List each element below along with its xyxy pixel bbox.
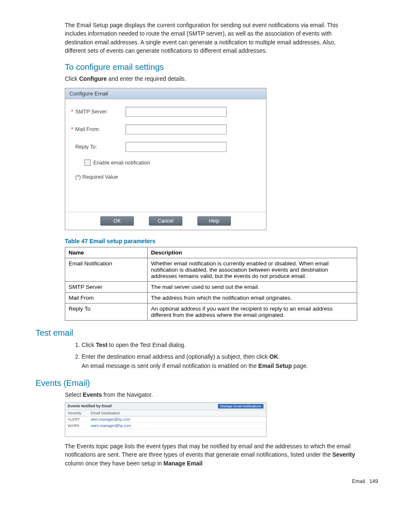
mailfrom-row: *Mail From:: [75, 124, 256, 134]
replyto-row: Reply To:: [75, 142, 256, 152]
page-footer: Email 149: [25, 478, 378, 484]
smtp-label: *SMTP Server:: [75, 109, 125, 115]
footer-section: Email: [352, 478, 365, 484]
bold: Severity: [332, 451, 355, 458]
events-panel: Events Notified by Email Manage Email No…: [65, 402, 266, 437]
sev-cell: WARN: [68, 424, 91, 428]
events-row: ALERTalert.manager@hp.com: [65, 416, 266, 423]
events-row: WARNwarn.manager@hp.com: [65, 423, 266, 429]
bold: Email Setup: [258, 362, 292, 369]
list-item: Click Test to open the Test Email dialog…: [82, 340, 357, 350]
cell-name: Email Notification: [65, 258, 148, 282]
cell-desc: An optional address if you want the reci…: [148, 303, 357, 321]
cancel-button[interactable]: Cancel: [149, 216, 182, 226]
dest-cell: alert.manager@hp.com: [91, 417, 130, 421]
text: and enter the required details.: [107, 75, 186, 82]
cell-name: Reply To: [65, 303, 148, 321]
events-description: The Events topic page lists the event ty…: [65, 442, 357, 468]
sev-cell: ALERT: [68, 417, 91, 421]
table-row: Reply ToAn optional address if you want …: [65, 303, 357, 321]
text: from the Navigator.: [102, 391, 153, 398]
table-row: Email NotificationWhether email notifica…: [65, 258, 357, 282]
table-row: SMTP ServerThe mail server used to send …: [65, 282, 357, 293]
cell-name: Mail From: [65, 293, 148, 303]
enable-notification-checkbox[interactable]: [84, 159, 91, 166]
replyto-label: Reply To:: [75, 144, 125, 150]
col-description: Description: [148, 247, 357, 258]
footer-page: 149: [369, 478, 378, 484]
text: to open the Test Email dialog.: [107, 342, 186, 348]
col-destination: Email Destination: [91, 411, 120, 415]
params-table: Name Description Email NotificationWheth…: [65, 247, 357, 321]
cell-desc: The address from which the notification …: [148, 293, 357, 303]
text: Select: [65, 391, 83, 398]
table-row: Mail FromThe address from which the noti…: [65, 293, 357, 303]
bold: Test: [96, 342, 107, 348]
cell-desc: The mail server used to send out the ema…: [148, 282, 357, 293]
required-star-icon: *: [71, 126, 73, 132]
events-intro: Select Events from the Navigator.: [65, 391, 357, 399]
test-steps: Click Test to open the Test Email dialog…: [65, 340, 357, 370]
configure-email-dialog: Configure Email *SMTP Server: *Mail From…: [65, 88, 266, 230]
cell-desc: Whether email notification is currently …: [148, 258, 357, 282]
mailfrom-input[interactable]: [125, 124, 227, 134]
bold: OK: [269, 353, 278, 360]
help-button[interactable]: Help: [197, 216, 231, 226]
text: Click: [82, 342, 96, 348]
enable-notification-label: Enable email notification: [93, 160, 150, 166]
events-panel-body: ALERTalert.manager@hp.com WARNwarn.manag…: [65, 416, 266, 437]
list-item: Enter the destination email address and …: [82, 352, 357, 371]
replyto-input[interactable]: [125, 142, 227, 152]
configure-bold: Configure: [79, 75, 107, 82]
required-star-icon: *: [71, 109, 73, 115]
label-text: SMTP Server:: [75, 109, 108, 115]
dest-cell: warn.manager@hp.com: [91, 424, 131, 428]
text: Enter the destination email address and …: [82, 353, 269, 360]
dialog-body: *SMTP Server: *Mail From: Reply To: Enab…: [65, 99, 266, 212]
mailfrom-label: *Mail From:: [75, 126, 125, 132]
text: The Events topic page lists the event ty…: [65, 443, 350, 458]
label-text: Mail From:: [75, 126, 100, 132]
events-heading: Events (Email): [36, 378, 374, 388]
required-note: (*) Required Value: [75, 174, 256, 180]
table-caption: Table 47 Email setup parameters: [65, 238, 357, 244]
events-panel-header: Events Notified by Email Manage Email No…: [65, 403, 266, 410]
test-email-heading: Test email: [36, 328, 374, 338]
smtp-row: *SMTP Server:: [75, 107, 256, 117]
text: column once they have been setup in: [65, 460, 164, 467]
enable-notification-row: Enable email notification: [84, 159, 256, 166]
cell-name: SMTP Server: [65, 282, 148, 293]
configure-heading: To configure email settings: [65, 62, 357, 72]
bold: Events: [83, 391, 102, 398]
smtp-input[interactable]: [125, 107, 227, 117]
dialog-title: Configure Email: [65, 88, 266, 99]
text: An email message is sent only if email n…: [82, 362, 258, 369]
text: Click: [65, 75, 79, 82]
events-columns: Severity Email Destination: [65, 410, 266, 416]
intro-paragraph: The Email Setup page displays the curren…: [65, 21, 357, 55]
col-name: Name: [65, 247, 148, 258]
text: page.: [292, 362, 308, 369]
ok-button[interactable]: OK: [100, 216, 134, 226]
col-severity: Severity: [68, 411, 91, 415]
label-text: Reply To:: [75, 144, 97, 150]
manage-email-notifications-button[interactable]: Manage Email Notifications: [218, 404, 263, 409]
dialog-footer: OK Cancel Help: [65, 212, 266, 230]
text: .: [278, 353, 280, 360]
configure-instruction: Click Configure and enter the required d…: [65, 75, 357, 83]
events-panel-title: Events Notified by Email: [68, 404, 112, 408]
bold: Manage Email: [164, 460, 202, 467]
